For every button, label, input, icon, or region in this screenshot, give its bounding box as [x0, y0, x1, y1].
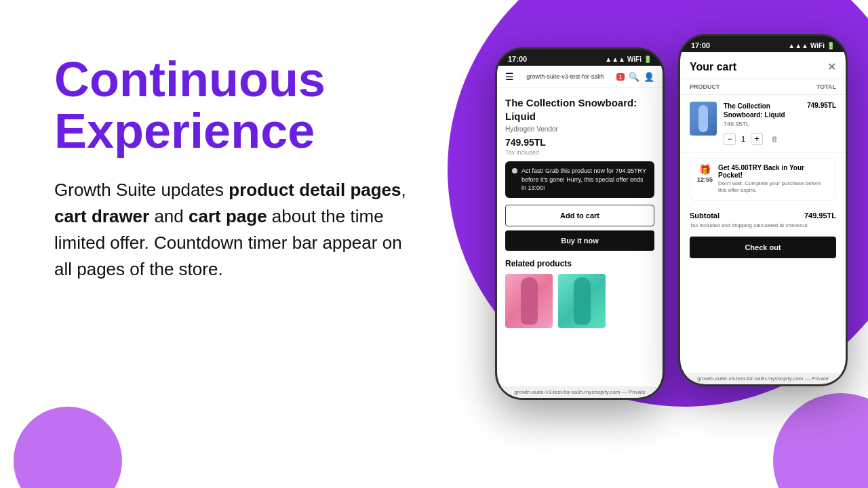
cart-item-price-sub: 749.95TL [724, 121, 800, 127]
cart-item: The Collection Snowboard: Liquid 749.95T… [680, 95, 846, 152]
timer-text-1: Act fast! Grab this product now for 704.… [521, 167, 648, 192]
phone-cart-page: 17:00 ▲▲▲ WiFi 🔋 Your cart ✕ PRODUCT TOT… [678, 34, 848, 386]
battery-icon: 🔋 [644, 56, 652, 63]
cart-item-name: The Collection Snowboard: Liquid [724, 102, 800, 119]
cart-title: Your cart [690, 61, 736, 73]
description: Growth Suite updates product detail page… [54, 177, 407, 283]
phone-screen-2: Your cart ✕ PRODUCT TOTAL The Collection… [680, 52, 846, 380]
cart-item-image [690, 102, 717, 136]
cashback-timer: 12:55 [697, 176, 713, 183]
search-icon-1[interactable]: 🔍 [629, 72, 639, 82]
wifi-icon: WiFi [627, 56, 642, 63]
signal-icon-2: ▲▲▲ [788, 42, 808, 49]
status-icons-2: ▲▲▲ WiFi 🔋 [788, 42, 835, 49]
cart-badge-1: 1 [616, 73, 625, 81]
qty-increase-button[interactable]: + [751, 133, 763, 145]
time-2: 17:00 [691, 41, 710, 49]
cart-item-details: The Collection Snowboard: Liquid 749.95T… [724, 102, 800, 145]
tax-info-1: Tax included [505, 149, 654, 156]
qty-decrease-button[interactable]: − [724, 133, 736, 145]
time-1: 17:00 [508, 55, 527, 63]
phone-product-page: 17:00 ▲▲▲ WiFi 🔋 ☰ growth-suite-v3-test-… [495, 47, 665, 400]
related-products-list [505, 274, 654, 328]
subtotal-label: Subtotal [690, 211, 719, 220]
product-title-1: The Collection Snowboard: Liquid [505, 96, 654, 123]
col-product: PRODUCT [690, 83, 720, 90]
status-icons-1: ▲▲▲ WiFi 🔋 [605, 56, 652, 63]
cashback-desc: Don't wait. Complete your purchase befor… [718, 180, 829, 195]
qty-value: 1 [741, 135, 745, 143]
status-bar-2: 17:00 ▲▲▲ WiFi 🔋 [680, 36, 846, 52]
nav-bar-1: ☰ growth-suite-v3-test-for-salih 1 🔍 👤 [497, 66, 663, 88]
product-thumb-pink[interactable] [505, 274, 553, 328]
tax-note-2: Tax included and shipping calculated at … [680, 222, 846, 234]
cashback-title: Get 45.00TRY Back in Your Pocket! [718, 164, 829, 179]
product-thumb-teal[interactable] [558, 274, 606, 328]
price-1: 749.95TL [505, 137, 654, 148]
cashback-gift-icon: 🎁 [699, 164, 711, 175]
left-content: Continuous Experience Growth Suite updat… [54, 54, 407, 283]
browser-bar-2: growth-suite-v3-test-for-salih.myshopify… [680, 373, 846, 380]
add-to-cart-button[interactable]: Add to cart [505, 205, 654, 226]
phone-screen-1: ☰ growth-suite-v3-test-for-salih 1 🔍 👤 T… [497, 66, 663, 394]
cart-item-snowboard-shape [698, 105, 708, 132]
cashback-icon-area: 🎁 12:55 [697, 164, 713, 183]
store-name-1: growth-suite-v3-test-for-salih [514, 73, 616, 80]
phones-container: 17:00 ▲▲▲ WiFi 🔋 ☰ growth-suite-v3-test-… [495, 34, 848, 400]
product-content: The Collection Snowboard: Liquid Hydroge… [497, 88, 663, 336]
related-products-title: Related products [505, 259, 654, 268]
quantity-control: − 1 + 🗑 [724, 133, 800, 145]
close-button[interactable]: ✕ [827, 60, 836, 73]
hamburger-icon[interactable]: ☰ [505, 71, 514, 82]
col-total: TOTAL [816, 83, 836, 90]
main-title: Continuous Experience [54, 54, 407, 157]
cart-header: Your cart ✕ [680, 52, 846, 79]
browser-bar-1: growth-suite-v3-test-for-salih.myshopify… [497, 386, 663, 394]
cart-columns: PRODUCT TOTAL [680, 79, 846, 95]
account-icon-1[interactable]: 👤 [644, 72, 654, 82]
signal-icon: ▲▲▲ [605, 56, 625, 63]
cashback-text: Get 45.00TRY Back in Your Pocket! Don't … [718, 164, 829, 195]
subtotal-row: Subtotal 749.95TL [680, 206, 846, 222]
timer-banner-1: Act fast! Grab this product now for 704.… [505, 161, 654, 198]
cashback-notification: 🎁 12:55 Get 45.00TRY Back in Your Pocket… [690, 158, 836, 201]
delete-icon[interactable]: 🗑 [771, 135, 778, 143]
checkout-button[interactable]: Check out [690, 237, 836, 258]
nav-icons-1: 1 🔍 👤 [616, 72, 654, 82]
timer-dot-icon [512, 168, 517, 174]
cart-item-total: 749.95TL [807, 102, 836, 109]
battery-icon-2: 🔋 [827, 42, 835, 49]
buy-it-now-button[interactable]: Buy it now [505, 230, 654, 251]
wifi-icon-2: WiFi [810, 42, 825, 49]
vendor-name-1: Hydrogen Vendor [505, 125, 654, 133]
bg-circle-small [14, 407, 122, 488]
bg-circle-bottom-right [773, 393, 868, 488]
subtotal-value: 749.95TL [804, 211, 836, 220]
status-bar-1: 17:00 ▲▲▲ WiFi 🔋 [497, 49, 663, 66]
